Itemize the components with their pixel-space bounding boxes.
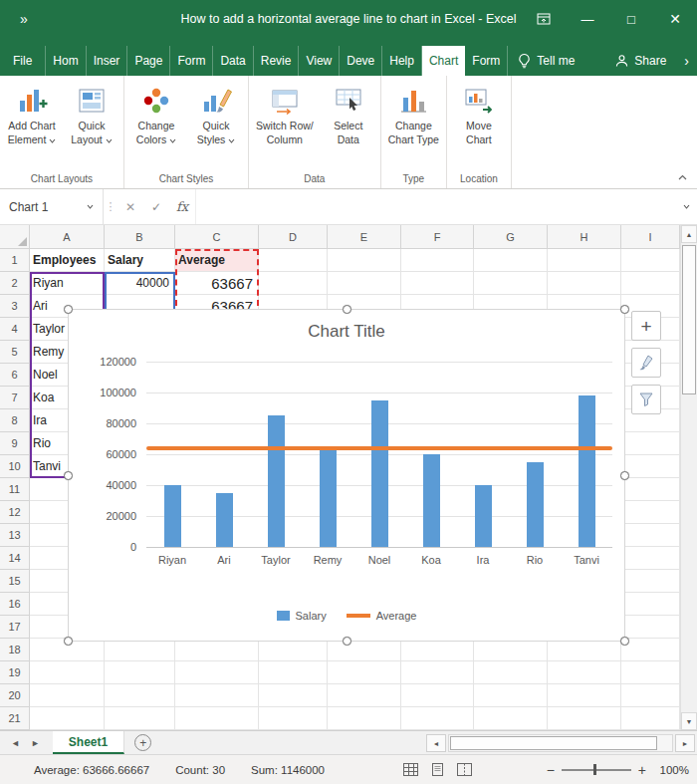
cell-b18[interactable]: [105, 639, 175, 661]
tab-file[interactable]: File: [0, 46, 46, 76]
cell-i18[interactable]: [621, 639, 680, 661]
row-header-8[interactable]: 8: [0, 409, 30, 432]
cell-d18[interactable]: [259, 639, 328, 661]
cell-e21[interactable]: [328, 707, 401, 730]
row-header-21[interactable]: 21: [0, 707, 30, 730]
column-header-h[interactable]: H: [548, 225, 621, 249]
row-header-4[interactable]: 4: [0, 318, 30, 341]
cell-a19[interactable]: [30, 661, 105, 684]
cell-h1[interactable]: [548, 249, 621, 272]
chart-resize-handle-top-middle[interactable]: [343, 305, 351, 314]
minimize-button[interactable]: —: [566, 0, 609, 38]
bar-tanvi[interactable]: [579, 395, 595, 547]
column-header-g[interactable]: G: [474, 225, 548, 249]
cell-c21[interactable]: [175, 707, 259, 730]
cell-i16[interactable]: [621, 593, 680, 616]
chart-title[interactable]: Chart Title: [69, 322, 624, 342]
chart-resize-handle-bottom-left[interactable]: [64, 637, 73, 646]
sheet-nav-left-icon[interactable]: ◄: [0, 738, 20, 748]
column-header-i[interactable]: I: [621, 225, 680, 249]
cell-g20[interactable]: [474, 684, 548, 707]
bar-riyan[interactable]: [164, 485, 181, 547]
bar-remy[interactable]: [320, 446, 337, 547]
cell-b21[interactable]: [105, 707, 175, 730]
row-header-3[interactable]: 3: [0, 295, 30, 318]
scroll-up-button[interactable]: ▲: [681, 225, 697, 243]
vertical-scrollbar[interactable]: ▲ ▼: [680, 225, 697, 730]
cell-e19[interactable]: [328, 661, 401, 684]
row-header-18[interactable]: 18: [0, 639, 30, 661]
cell-i2[interactable]: [621, 272, 680, 295]
chart-legend[interactable]: Salary Average: [69, 610, 624, 622]
sheet-tab-sheet1[interactable]: Sheet1: [53, 731, 124, 754]
cell-g2[interactable]: [474, 272, 548, 295]
bar-noel[interactable]: [371, 400, 388, 547]
row-header-6[interactable]: 6: [0, 364, 30, 387]
change-chart-type-button[interactable]: ChangeChart Type: [384, 81, 443, 149]
column-header-c[interactable]: C: [175, 225, 259, 249]
enter-button[interactable]: ✓: [143, 189, 169, 224]
cell-a2[interactable]: Riyan: [30, 272, 105, 295]
chart-elements-button[interactable]: +: [631, 311, 661, 341]
chart[interactable]: Chart Title Salary Average 0200004000060…: [68, 309, 625, 642]
zoom-out-button[interactable]: −: [547, 762, 555, 778]
zoom-slider[interactable]: [562, 769, 631, 771]
cell-g18[interactable]: [474, 639, 548, 661]
tab-help[interactable]: Help: [382, 46, 422, 76]
row-header-12[interactable]: 12: [0, 501, 30, 524]
cell-f2[interactable]: [401, 272, 474, 295]
maximize-button[interactable]: □: [609, 0, 653, 38]
collapse-ribbon-button[interactable]: [678, 169, 687, 183]
cell-f21[interactable]: [401, 707, 474, 730]
cell-c19[interactable]: [175, 661, 259, 684]
quick-access-toolbar[interactable]: »: [0, 11, 29, 27]
horizontal-scrollbar[interactable]: ◄ ►: [426, 734, 695, 752]
tab-view[interactable]: View: [299, 46, 340, 76]
column-header-a[interactable]: A: [30, 225, 105, 249]
chart-resize-handle-top-right[interactable]: [620, 305, 629, 314]
cell-i13[interactable]: [621, 524, 680, 547]
chart-resize-handle-middle-left[interactable]: [64, 471, 73, 480]
column-header-d[interactable]: D: [259, 225, 328, 249]
cell-d21[interactable]: [259, 707, 328, 730]
cell-f1[interactable]: [401, 249, 474, 272]
name-box[interactable]: Chart 1: [0, 189, 104, 224]
cell-i10[interactable]: [621, 455, 680, 478]
insert-function-button[interactable]: fx: [169, 189, 195, 224]
name-box-dropdown-icon[interactable]: [87, 204, 94, 209]
cell-h21[interactable]: [548, 707, 621, 730]
close-button[interactable]: ✕: [653, 0, 697, 38]
tab-deve[interactable]: Deve: [340, 46, 382, 76]
change-colors-button[interactable]: ChangeColors: [127, 81, 185, 149]
cell-i19[interactable]: [621, 661, 680, 684]
cell-f20[interactable]: [401, 684, 474, 707]
tab-form[interactable]: Form: [170, 46, 213, 76]
cell-c1[interactable]: Average: [175, 249, 259, 272]
cell-c2[interactable]: 63667: [175, 272, 259, 295]
cell-g19[interactable]: [474, 661, 548, 684]
row-header-20[interactable]: 20: [0, 684, 30, 707]
page-layout-view-button[interactable]: [426, 759, 450, 781]
cell-g21[interactable]: [474, 707, 548, 730]
cell-d19[interactable]: [259, 661, 328, 684]
row-header-2[interactable]: 2: [0, 272, 30, 295]
add-chart-element-button[interactable]: Add ChartElement: [3, 81, 61, 149]
horizontal-scroll-track[interactable]: [448, 734, 673, 752]
scroll-right-button[interactable]: ►: [675, 734, 695, 752]
average-line[interactable]: [146, 446, 612, 450]
cell-f18[interactable]: [401, 639, 474, 661]
cell-e18[interactable]: [328, 639, 401, 661]
cell-i20[interactable]: [621, 684, 680, 707]
tab-hom[interactable]: Hom: [46, 46, 86, 76]
tab-overflow-button[interactable]: ›: [676, 46, 697, 76]
bar-ari[interactable]: [216, 493, 233, 547]
column-header-b[interactable]: B: [105, 225, 175, 249]
ribbon-display-options-button[interactable]: [522, 0, 566, 38]
share-button[interactable]: Share: [605, 46, 676, 76]
cell-c18[interactable]: [175, 639, 259, 661]
bar-koa[interactable]: [423, 454, 440, 547]
cell-i14[interactable]: [621, 547, 680, 570]
cell-a21[interactable]: [30, 707, 105, 730]
switch-row-column-button[interactable]: Switch Row/Column: [252, 81, 318, 149]
cell-b2[interactable]: 40000: [105, 272, 175, 295]
